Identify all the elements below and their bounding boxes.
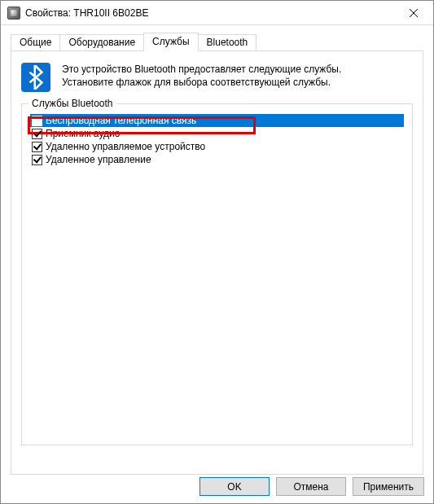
- service-label: Удаленное управление: [46, 154, 151, 165]
- tab-general[interactable]: Общие: [11, 34, 60, 50]
- info-row: Это устройство Bluetooth предоставляет с…: [21, 63, 413, 92]
- tab-strip: Общие Оборудование Службы Bluetooth: [11, 33, 423, 50]
- titlebar: Свойства: THR10II 6B02BE: [1, 1, 433, 25]
- checkbox-wireless-telephony[interactable]: [32, 116, 42, 126]
- close-icon: [410, 9, 418, 17]
- tab-panel-services: Это устройство Bluetooth предоставляет с…: [11, 50, 423, 475]
- window-title: Свойства: THR10II 6B02BE: [25, 7, 395, 19]
- device-icon: [7, 7, 20, 20]
- checkbox-audio-sink[interactable]: [32, 129, 42, 139]
- service-item-remote-controlled[interactable]: Удаленно управляемое устройство: [30, 140, 404, 153]
- service-label: Приемник аудио: [46, 128, 120, 139]
- checkbox-remote-controlled[interactable]: [32, 142, 42, 152]
- dialog-body: Общие Оборудование Службы Bluetooth Это …: [1, 25, 433, 475]
- info-line-2: Установите флажок для выбора соответству…: [62, 76, 341, 89]
- services-groupbox: Службы Bluetooth Беспроводная телефонная…: [21, 103, 413, 445]
- service-item-wireless-telephony[interactable]: Беспроводная телефонная связь: [30, 114, 404, 127]
- button-row: OK Отмена Применить: [199, 477, 424, 496]
- tab-hardware[interactable]: Оборудование: [59, 34, 144, 50]
- service-label: Беспроводная телефонная связь: [46, 115, 196, 126]
- groupbox-legend: Службы Bluetooth: [28, 98, 116, 109]
- tab-bluetooth[interactable]: Bluetooth: [198, 34, 257, 50]
- service-label: Удаленно управляемое устройство: [46, 141, 205, 152]
- apply-button[interactable]: Применить: [353, 477, 424, 496]
- cancel-button[interactable]: Отмена: [276, 477, 346, 496]
- info-text: Это устройство Bluetooth предоставляет с…: [62, 63, 341, 92]
- close-button[interactable]: [395, 1, 432, 24]
- info-line-1: Это устройство Bluetooth предоставляет с…: [62, 63, 341, 76]
- ok-button[interactable]: OK: [199, 477, 270, 496]
- tab-services[interactable]: Службы: [143, 33, 198, 51]
- service-item-remote-control[interactable]: Удаленное управление: [30, 153, 404, 166]
- service-list: Беспроводная телефонная связь Приемник а…: [30, 114, 404, 166]
- bluetooth-icon: [21, 63, 50, 92]
- checkbox-remote-control[interactable]: [32, 155, 42, 165]
- service-item-audio-sink[interactable]: Приемник аудио: [30, 127, 404, 140]
